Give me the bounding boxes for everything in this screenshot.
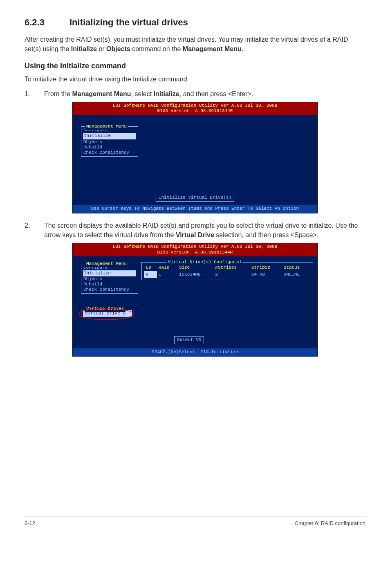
col-status: Status — [282, 264, 310, 271]
cell-size: 151634MB — [177, 271, 213, 278]
cell-raid: 1 — [157, 271, 177, 278]
menu-item-check-consistency[interactable]: Check Consistency — [83, 150, 136, 155]
cell-stripes: 2 — [213, 271, 249, 278]
virtual-drives-box-title: Virtual Drives — [85, 306, 126, 312]
virtual-drives-box: Virtual Drives Virtual Drive 0 — [81, 309, 134, 318]
menu-item-initialize-2[interactable]: Initialize — [83, 270, 136, 276]
bios1-footer: Use Cursor Keys To Navigate Between Item… — [73, 205, 317, 213]
menu-item-check-consistency-2[interactable]: Check Consistency — [83, 287, 136, 292]
menu-item-objects-2[interactable]: Objects — [83, 276, 136, 282]
bios-screenshot-1: LSI Software RAID Configuration Utility … — [72, 102, 318, 213]
menu-item-rebuild-2[interactable]: Rebuild — [83, 282, 136, 287]
bios2-header: LSI Software RAID Configuration Utility … — [73, 243, 317, 256]
page-footer: 6-12 Chapter 6: RAID configuration — [25, 516, 365, 527]
virtual-drives-table-box: Virtual Drive(s) Configured LD RAID Size… — [141, 262, 313, 281]
subintro: To initialize the virtual drive using th… — [25, 74, 365, 84]
cell-status: ONLINE — [282, 271, 310, 278]
page-number: 6-12 — [25, 520, 35, 527]
management-menu-title: Management Menu — [85, 123, 128, 130]
management-menu-box: Management Menu Configure Initialize Obj… — [81, 126, 138, 157]
virtual-drives-table-title: Virtual Drive(s) Configured — [166, 259, 242, 265]
initialize-caption: Initialize Virtual Drive(s) — [156, 194, 234, 202]
step-2: 2. The screen displays the available RAI… — [25, 221, 365, 240]
bios2-footer: SPACE-(De)Select, F10-Initialize — [73, 348, 317, 356]
initialize-caption-box: Initialize Virtual Drive(s) — [156, 194, 234, 202]
subheading: Using the Initialize command — [25, 61, 365, 71]
intro-paragraph: After creating the RAID set(s), you must… — [25, 35, 365, 54]
chapter-title-footer: Chapter 6: RAID configuration — [295, 520, 365, 527]
menu-item-objects[interactable]: Objects — [83, 139, 136, 145]
cell-stripsz: 64 KB — [250, 271, 282, 278]
select-vd-caption: Select VD — [174, 336, 204, 344]
section-heading: 6.2.3Initializing the virtual drives — [25, 16, 365, 29]
table-row[interactable]: 0 1 151634MB 2 64 KB ONLINE — [144, 271, 310, 278]
col-stripsz: StripSz — [250, 264, 282, 271]
section-number: 6.2.3 — [25, 16, 69, 29]
bios-screenshot-2: LSI Software RAID Configuration Utility … — [72, 243, 318, 357]
cell-ld: 0 — [144, 271, 157, 278]
step-1: 1. From the Management Menu, select Init… — [25, 89, 365, 99]
management-menu-box-2: Management Menu Configure Initialize Obj… — [81, 264, 138, 294]
col-ld: LD — [144, 264, 157, 271]
menu-item-initialize[interactable]: Initialize — [83, 133, 136, 139]
virtual-drives-table: LD RAID Size #Stripes StripSz Status 0 1… — [144, 264, 310, 278]
management-menu-title-2: Management Menu — [85, 261, 128, 267]
section-title: Initializing the virtual drives — [69, 17, 188, 27]
menu-item-rebuild[interactable]: Rebuild — [83, 145, 136, 150]
bios1-header: LSI Software RAID Configuration Utility … — [73, 102, 317, 115]
